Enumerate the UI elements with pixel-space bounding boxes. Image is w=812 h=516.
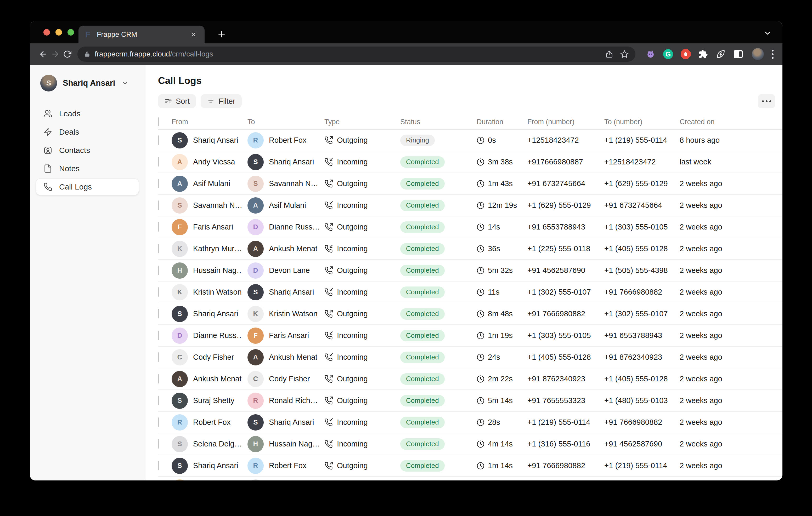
reload-button[interactable] [61,48,73,60]
status-cell: Completed [400,156,476,168]
from-name: Kathryn Mur… [193,244,242,253]
close-window-button[interactable] [44,29,50,35]
adblock-extension-icon[interactable] [680,49,691,59]
to-name: Savannah N… [269,179,318,188]
sidebar-toggle-icon[interactable] [733,49,744,59]
column-header-status[interactable]: Status [400,118,476,126]
to-name: Shariq Ansari [269,158,314,166]
table-row[interactable]: D Dianne Russ… F Faris Ansari Incoming C… [158,325,782,346]
to-name: Faris Ansari [269,331,309,340]
sidebar-item-leads[interactable]: Leads [36,105,139,122]
column-header-to[interactable]: To [248,118,324,126]
row-checkbox[interactable] [158,244,159,253]
table-row[interactable]: R Robert Fox S Shariq Ansari Incoming Co… [158,412,782,433]
row-checkbox[interactable] [158,287,159,297]
browser-tab[interactable]: F Frappe CRM [79,26,205,43]
browser-profile-avatar[interactable] [752,48,764,60]
row-checkbox[interactable] [158,396,159,405]
row-checkbox[interactable] [158,352,159,362]
table-row[interactable] [158,477,782,481]
filter-button[interactable]: Filter [201,94,241,108]
column-header-from[interactable]: From [172,118,248,126]
sidebar-item-call-logs[interactable]: Call Logs [36,179,139,195]
row-checkbox[interactable] [158,374,159,384]
forward-button[interactable] [49,48,61,60]
from-cell: K Kristin Watson [172,284,248,300]
maximize-window-button[interactable] [67,29,74,35]
github-extension-icon[interactable] [645,49,656,59]
row-checkbox[interactable] [158,461,159,470]
leaf-extension-icon[interactable] [716,49,726,59]
column-header-from-number[interactable]: From (number) [527,118,604,126]
from-name: Kristin Watson [193,288,242,297]
clock-icon [476,223,485,231]
row-checkbox[interactable] [158,266,159,275]
phone-incoming-icon [324,201,333,210]
from-avatar: R [172,414,188,430]
new-tab-button[interactable] [214,27,229,41]
table-row[interactable]: H Hussain Nag… D Devon Lane Outgoing Com… [158,260,782,281]
minimize-window-button[interactable] [55,29,62,35]
select-all-checkbox[interactable] [158,117,159,126]
status-badge: Completed [400,438,445,450]
browser-menu-icon[interactable] [770,48,775,60]
sort-button[interactable]: Sort [158,94,196,108]
status-cell: Completed [400,221,476,233]
column-header-to-number[interactable]: To (number) [604,118,679,126]
duration-value: 24s [488,353,500,362]
from-cell: S Shariq Ansari [172,132,248,149]
created-on: 2 weeks ago [679,244,782,253]
column-header-created-on[interactable]: Created on [679,118,782,126]
from-name: Savannah N… [193,201,242,210]
tab-search-chevron-icon[interactable] [763,29,772,38]
created-on: 2 weeks ago [679,179,782,188]
to-cell: S Shariq Ansari [248,154,324,170]
to-number: +1 (405) 555-0128 [604,374,679,383]
table-row[interactable]: A Ankush Menat C Cody Fisher Outgoing Co… [158,368,782,390]
table-row[interactable]: A Andy Viessa S Shariq Ansari Incoming C… [158,151,782,173]
table-row[interactable]: K Kristin Watson S Shariq Ansari Incomin… [158,281,782,303]
sidebar-item-deals[interactable]: Deals [36,124,139,140]
table-row[interactable]: S Savannah N… A Asif Mulani Incoming Com… [158,195,782,216]
column-header-type[interactable]: Type [324,118,400,126]
table-row[interactable]: S Shariq Ansari R Robert Fox Outgoing Co… [158,455,782,477]
table-row[interactable]: S Selena Delg… H Hussain Nag… Incoming C… [158,433,782,455]
from-name: Shariq Ansari [193,136,238,145]
more-options-button[interactable] [758,94,775,108]
created-on: 8 hours ago [679,136,782,145]
sidebar-item-contacts[interactable]: Contacts [36,142,139,158]
row-checkbox[interactable] [158,222,159,232]
table-row[interactable]: C Cody Fisher A Ankush Menat Incoming Co… [158,346,782,368]
type-cell: Incoming [324,418,400,427]
address-bar[interactable]: frappecrm.frappe.cloud/crm/call-logs [78,47,635,62]
bookmark-star-icon[interactable] [619,48,630,60]
from-number: +91 6732745664 [527,179,604,188]
status-cell: Completed [400,265,476,276]
table-row[interactable]: F Faris Ansari D Dianne Russ… Outgoing C… [158,216,782,238]
row-checkbox[interactable] [158,439,159,449]
user-menu[interactable]: S Shariq Ansari [30,75,145,91]
sidebar-item-notes[interactable]: Notes [36,160,139,177]
tab-close-icon[interactable] [189,30,198,39]
type-label: Outgoing [337,266,368,275]
table-row[interactable]: A Asif Mulani S Savannah N… Outgoing Com… [158,173,782,195]
phone-outgoing-icon [324,136,333,145]
phone-outgoing-icon [324,266,333,275]
back-button[interactable] [37,48,49,60]
table-row[interactable]: S Suraj Shetty R Ronald Rich… Outgoing C… [158,390,782,412]
grammarly-extension-icon[interactable]: G [663,49,673,59]
table-row[interactable]: S Shariq Ansari R Robert Fox Outgoing Ri… [158,130,782,151]
extensions-puzzle-icon[interactable] [698,49,708,59]
from-number: +91 6553788943 [527,223,604,231]
row-checkbox[interactable] [158,331,159,340]
share-icon[interactable] [604,48,615,60]
row-checkbox[interactable] [158,418,159,427]
row-checkbox[interactable] [158,135,159,145]
table-row[interactable]: S Shariq Ansari K Kristin Watson Outgoin… [158,303,782,325]
table-row[interactable]: K Kathryn Mur… A Ankush Menat Incoming C… [158,238,782,260]
row-checkbox[interactable] [158,179,159,188]
row-checkbox[interactable] [158,309,159,318]
row-checkbox[interactable] [158,157,159,166]
column-header-duration[interactable]: Duration [476,118,527,126]
row-checkbox[interactable] [158,201,159,210]
